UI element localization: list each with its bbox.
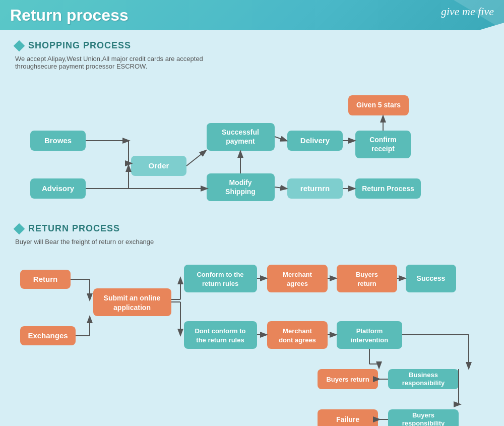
svg-text:Exchanges: Exchanges (28, 331, 68, 340)
svg-line-26 (186, 151, 206, 166)
svg-text:Buyers: Buyers (412, 411, 434, 419)
svg-text:returnrn: returnrn (300, 184, 330, 193)
svg-text:Buyers: Buyers (356, 271, 378, 278)
svg-text:intervention: intervention (351, 336, 388, 344)
svg-text:Order: Order (149, 161, 169, 170)
svg-rect-42 (93, 288, 171, 316)
svg-text:receipt: receipt (371, 145, 395, 153)
return-section-title: RETURN PROCESS (28, 223, 120, 234)
svg-text:Confirm: Confirm (369, 136, 397, 144)
header-banner: Return process give me five (0, 0, 504, 30)
svg-text:Business: Business (409, 371, 438, 379)
svg-text:Buyers return: Buyers return (326, 376, 369, 383)
svg-rect-47 (184, 265, 257, 292)
svg-text:Dont conform to: Dont conform to (195, 327, 245, 335)
svg-text:Failure: Failure (336, 415, 359, 423)
svg-text:application: application (113, 303, 151, 312)
svg-line-29 (275, 137, 286, 141)
svg-text:Successful: Successful (222, 128, 259, 136)
return-section: RETURN PROCESS Buyer will Bear the freig… (15, 223, 489, 426)
svg-rect-56 (337, 265, 397, 292)
svg-rect-64 (337, 321, 402, 349)
svg-rect-50 (184, 321, 257, 349)
svg-text:agrees: agrees (287, 280, 308, 287)
svg-text:Merchant: Merchant (283, 327, 312, 335)
shopping-description: We accept Alipay,West Union,All major cr… (15, 55, 489, 70)
svg-text:Platform: Platform (356, 327, 383, 335)
return-diamond-icon (14, 223, 25, 234)
svg-text:Conform to the: Conform to the (197, 271, 243, 278)
shopping-section-title: SHOPPING PROCESS (28, 40, 131, 51)
svg-text:Delivery: Delivery (300, 136, 330, 145)
svg-text:Submit an online: Submit an online (104, 294, 161, 302)
header-title: Return process (10, 6, 129, 25)
return-description: Buyer will Bear the freight of return or… (15, 238, 489, 246)
svg-text:Advisory: Advisory (42, 184, 75, 193)
svg-text:return: return (357, 280, 376, 287)
svg-text:payment: payment (226, 137, 255, 145)
svg-text:Modify: Modify (229, 178, 251, 187)
svg-text:Success: Success (417, 274, 446, 282)
svg-text:Return Process: Return Process (362, 185, 414, 193)
svg-text:Browes: Browes (44, 136, 72, 145)
svg-text:dont agrees: dont agrees (279, 336, 316, 344)
svg-line-33 (275, 187, 286, 189)
svg-text:responsibility: responsibility (402, 379, 445, 387)
svg-text:return rules: return rules (202, 280, 238, 287)
shopping-section: SHOPPING PROCESS We accept Alipay,West U… (15, 40, 489, 223)
svg-rect-61 (267, 321, 328, 349)
svg-text:Shipping: Shipping (225, 188, 256, 196)
svg-text:responsibility: responsibility (402, 419, 445, 426)
svg-rect-53 (267, 265, 328, 292)
diamond-icon (14, 40, 25, 51)
svg-text:the return rules: the return rules (196, 336, 244, 344)
return-flow-diagram: Return Submit an online application Exch… (15, 256, 489, 426)
shopping-flow-diagram: Browes Order Advisory Successful payment… (15, 80, 489, 221)
svg-text:Return: Return (33, 275, 57, 283)
svg-text:Given 5 stars: Given 5 stars (356, 101, 401, 109)
svg-text:Merchant: Merchant (283, 271, 312, 278)
header-logo: give me five (441, 5, 494, 18)
